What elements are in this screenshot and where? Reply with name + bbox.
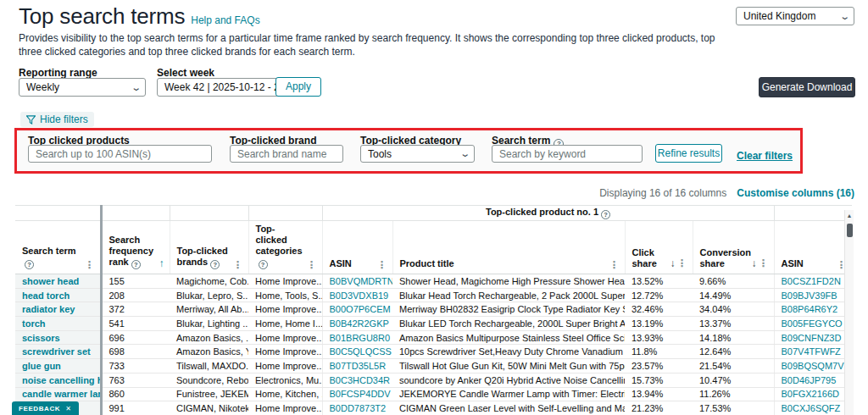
top-clicked-brand-input[interactable] xyxy=(230,145,343,163)
cell-search-term[interactable]: scissors xyxy=(15,330,101,345)
page-title: Top search terms Help and FAQs xyxy=(19,3,260,30)
kebab-menu-icon[interactable]: ⋮ xyxy=(609,261,620,269)
cell-top-clicked-brands: CIGMAN, Nikotek... xyxy=(170,401,248,415)
cell-conversion-share: 13.37% xyxy=(693,317,774,331)
help-icon[interactable]: ? xyxy=(259,260,268,269)
kebab-menu-icon[interactable]: ⋮ xyxy=(677,259,687,268)
help-icon[interactable]: ? xyxy=(131,260,141,269)
cell-conversion-share: 9.66% xyxy=(693,274,774,289)
cell-asin-2[interactable]: B0D46JP795 xyxy=(774,373,852,387)
reporting-range-select[interactable]: Weekly ⌄ xyxy=(19,78,146,97)
vertical-scrollbar[interactable]: ▲ xyxy=(844,210,854,415)
cell-search-term[interactable]: candle warmer lamp xyxy=(15,387,101,401)
cell-conversion-share: 14.18% xyxy=(693,330,774,345)
help-icon[interactable]: ? xyxy=(210,260,220,269)
cell-asin-1[interactable]: B07TD35L5R xyxy=(322,359,392,374)
column-header-asin-1[interactable]: ASIN ⋮ xyxy=(322,221,392,274)
cell-asin-2[interactable]: B0CSZ1FD2N xyxy=(774,274,852,289)
column-label: Conversion share xyxy=(700,247,752,269)
top-clicked-category-select[interactable]: Tools ⌄ xyxy=(360,145,475,163)
column-header-search-term[interactable]: Search term? ⋮ xyxy=(15,221,101,274)
column-header-row: Search term? ⋮ Search frequency rank? ↑ … xyxy=(15,221,852,274)
hide-filters-button[interactable]: Hide filters xyxy=(20,112,94,127)
cell-top-clicked-categories: Home Improve... xyxy=(248,330,322,345)
filter-icon xyxy=(26,115,36,125)
cell-asin-2[interactable]: B09BJV39FB xyxy=(774,288,852,302)
cell-product-title: Blukar LED Torch Rechargeable, 2000L Sup… xyxy=(392,317,625,331)
group-cell-empty xyxy=(248,206,322,221)
column-label: Search frequency rank? xyxy=(109,235,159,269)
column-header-search-frequency-rank[interactable]: Search frequency rank? ↑ xyxy=(101,221,170,274)
cell-top-clicked-categories: Home Improve... xyxy=(248,274,322,289)
cell-conversion-share: 17.53% xyxy=(693,401,774,415)
cell-search-term[interactable]: glue gun xyxy=(15,359,101,374)
cell-asin-2[interactable]: B09CNFNZ3D xyxy=(774,330,852,345)
cell-search-term[interactable]: torch xyxy=(15,317,101,331)
help-and-faqs-link[interactable]: Help and FAQs xyxy=(191,14,259,26)
kebab-menu-icon[interactable]: ⋮ xyxy=(307,261,317,269)
select-week-label: Select week xyxy=(157,67,214,79)
column-header-top-clicked-brands[interactable]: Top-clicked brands? ⋮ xyxy=(170,221,248,274)
column-header-product-title[interactable]: Product title ⋮ xyxy=(392,221,625,274)
cell-product-title: Tilswall Hot Glue Gun Kit, 50W Mini Melt… xyxy=(392,359,625,374)
cell-asin-1[interactable]: B0FCSP4DDV xyxy=(322,387,392,401)
cell-asin-2[interactable]: B08P64R6Y2 xyxy=(774,302,852,317)
kebab-menu-icon[interactable]: ⋮ xyxy=(233,261,243,269)
cell-asin-2[interactable]: B0CXJ6SQFZ xyxy=(774,401,852,415)
kebab-menu-icon[interactable]: ⋮ xyxy=(759,259,769,268)
top-clicked-products-input[interactable] xyxy=(28,145,212,163)
group-cell-empty xyxy=(101,206,170,221)
clear-filters-link[interactable]: Clear filters xyxy=(737,150,793,162)
help-icon[interactable]: ? xyxy=(25,260,34,269)
kebab-menu-icon[interactable]: ⋮ xyxy=(377,261,387,269)
cell-search-term[interactable]: radiator key xyxy=(15,302,101,317)
cell-asin-1[interactable]: B0DD7873T2 xyxy=(322,401,392,415)
cell-search-term[interactable]: screwdriver set xyxy=(15,345,101,359)
cell-asin-1[interactable]: B0B42R2GKP xyxy=(322,317,392,331)
marketplace-select[interactable]: United Kingdom ⌄ xyxy=(736,7,854,25)
sort-descending-icon[interactable]: ↓ xyxy=(670,257,676,269)
cell-top-clicked-brands: Funistree, JEKEM... xyxy=(170,387,248,401)
cell-asin-1[interactable]: B0C3HCD34R xyxy=(322,373,392,387)
cell-asin-1[interactable]: B0BVQMDRTN xyxy=(322,274,392,289)
cell-asin-2[interactable]: B09BQSQM7V xyxy=(774,359,852,374)
cell-asin-1[interactable]: B0C5QLQCSS xyxy=(322,345,392,359)
cell-search-term[interactable]: head torch xyxy=(15,288,101,302)
reporting-range-value: Weekly xyxy=(26,81,129,93)
column-header-click-share[interactable]: Click share ↓⋮ xyxy=(625,221,693,274)
cell-asin-1[interactable]: B0D3VDXB19 xyxy=(322,288,392,302)
close-icon[interactable]: ✕ xyxy=(65,405,71,412)
help-icon[interactable]: ? xyxy=(601,210,610,219)
cell-asin-1[interactable]: B01BRGU8R0 xyxy=(322,330,392,345)
customise-columns-link[interactable]: Customise columns (16) xyxy=(737,187,854,199)
column-header-top-clicked-categories[interactable]: Top-clicked categories? ⋮ xyxy=(248,221,322,274)
cell-top-clicked-categories: Electronics, Mu... xyxy=(248,373,322,387)
cell-top-clicked-categories: Home, Tools, S... xyxy=(248,288,322,302)
feedback-button[interactable]: FEEDBACK ✕ xyxy=(12,401,79,415)
kebab-menu-icon[interactable]: ⋮ xyxy=(85,261,95,269)
scrollbar-thumb[interactable] xyxy=(847,224,853,237)
column-header-conversion-share[interactable]: Conversion share ↓⋮ xyxy=(693,221,774,274)
cell-click-share: 13.19% xyxy=(625,317,693,331)
table-row: head torch208Blukar, Lepro, S...Home, To… xyxy=(15,288,852,302)
cell-asin-2[interactable]: B005FEGYCO xyxy=(774,317,852,331)
cell-asin-1[interactable]: B00O7P6CEM xyxy=(322,302,392,317)
cell-conversion-share: 10.47% xyxy=(693,373,774,387)
column-header-asin-2[interactable]: ASIN ⋮ xyxy=(774,221,852,274)
sort-ascending-icon[interactable]: ↑ xyxy=(159,257,164,269)
search-term-input[interactable] xyxy=(492,145,643,163)
search-terms-table: Top-clicked product no. 1? Search term? … xyxy=(15,205,854,415)
refine-results-button[interactable]: Refine results xyxy=(655,144,722,163)
sort-descending-icon[interactable]: ↓ xyxy=(752,257,757,269)
cell-search-term[interactable]: noise cancelling headphones xyxy=(15,373,101,387)
cell-asin-2[interactable]: B0FGX2166D xyxy=(774,387,852,401)
cell-search-term[interactable]: shower head xyxy=(15,274,101,289)
cell-click-share: 21.23% xyxy=(625,401,693,415)
cell-product-title: 10pcs Screwdriver Set,Heavy Duty Chrome … xyxy=(392,345,625,359)
generate-download-button[interactable]: Generate Download xyxy=(759,77,855,97)
cell-search-frequency-rank: 733 xyxy=(101,359,170,374)
cell-top-clicked-brands: Blukar, Lighting ... xyxy=(170,317,248,331)
cell-asin-2[interactable]: B07V4TFWFZ xyxy=(774,345,852,359)
scroll-up-icon[interactable]: ▲ xyxy=(845,210,854,219)
apply-button[interactable]: Apply xyxy=(275,77,321,97)
